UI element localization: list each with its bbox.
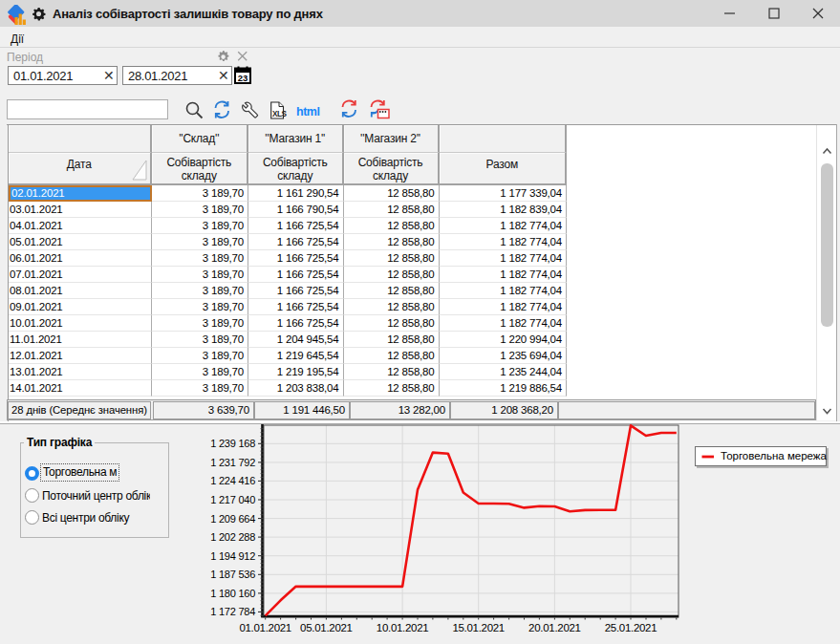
svg-text:XLS: XLS [272, 110, 287, 118]
svg-text:1 202 288: 1 202 288 [210, 531, 255, 543]
svg-text:1 180 160: 1 180 160 [210, 588, 255, 599]
svg-text:25.01.2021: 25.01.2021 [605, 622, 657, 633]
svg-text:1 217 040: 1 217 040 [210, 494, 255, 505]
svg-text:1 172 784: 1 172 784 [210, 606, 255, 617]
svg-text:20.01.2021: 20.01.2021 [528, 622, 581, 633]
svg-text:1 239 168: 1 239 168 [210, 438, 255, 449]
svg-text:1 224 416: 1 224 416 [210, 475, 255, 486]
svg-text:05.01.2021: 05.01.2021 [300, 622, 353, 633]
svg-text:15.01.2021: 15.01.2021 [452, 622, 505, 633]
svg-text:1 194 912: 1 194 912 [210, 550, 255, 562]
svg-text:html: html [296, 105, 319, 118]
svg-text:1 209 664: 1 209 664 [210, 513, 255, 525]
svg-text:1 187 536: 1 187 536 [210, 569, 255, 580]
svg-text:01.01.2021: 01.01.2021 [239, 622, 291, 633]
svg-text:23: 23 [238, 73, 248, 83]
svg-text:1 231 792: 1 231 792 [210, 457, 255, 468]
svg-text:10.01.2021: 10.01.2021 [377, 622, 429, 633]
